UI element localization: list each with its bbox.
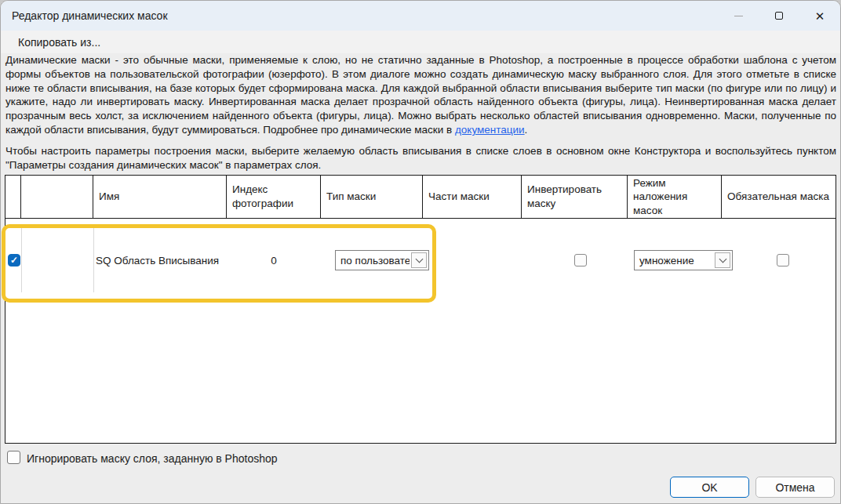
mask-type-value: по пользовате	[336, 255, 410, 267]
table-header-row: Имя Индекс фотографии Тип маски Части ма…	[5, 175, 836, 219]
column-header-name: Имя	[93, 176, 227, 218]
cancel-button[interactable]: Отмена	[755, 477, 835, 498]
documentation-link[interactable]: документации	[455, 124, 525, 136]
column-header-blend-mode: Режим наложения масок	[628, 176, 722, 218]
cell-divider	[21, 225, 22, 292]
close-icon: ✕	[815, 10, 825, 22]
column-header-photo-index: Индекс фотографии	[227, 176, 321, 218]
menu-bar: Копировать из...	[1, 31, 840, 53]
close-button[interactable]: ✕	[799, 1, 840, 31]
cell-divider	[93, 225, 94, 292]
masks-table: Имя Индекс фотографии Тип маски Части ма…	[5, 175, 836, 444]
ok-button[interactable]: OK	[670, 477, 749, 498]
minimize-button[interactable]	[718, 1, 759, 31]
dropdown-button[interactable]	[715, 252, 730, 268]
row-name: SQ Область Вписывания	[96, 255, 219, 267]
dropdown-button[interactable]	[411, 252, 427, 268]
maximize-icon	[775, 12, 783, 20]
minimize-icon	[734, 16, 743, 16]
check-icon: ✓	[10, 256, 18, 265]
column-header-mask-parts: Части маски	[423, 176, 522, 218]
ignore-photoshop-mask-label: Игнорировать маску слоя, заданную в Phot…	[27, 452, 278, 465]
maximize-button[interactable]	[759, 1, 799, 31]
invert-mask-checkbox[interactable]	[574, 254, 587, 267]
ignore-photoshop-mask-checkbox[interactable]	[7, 451, 20, 464]
row-select-checkbox[interactable]: ✓	[8, 254, 20, 267]
column-header-mask-type: Тип маски	[321, 176, 423, 218]
dialog-window: Редактор динамических масок ✕ Копировать…	[0, 0, 841, 504]
required-mask-checkbox[interactable]	[777, 254, 789, 267]
blend-mode-dropdown[interactable]: умножение	[634, 250, 733, 270]
description-paragraph-1: Динамические маски - это обычные маски, …	[5, 53, 836, 137]
chevron-down-icon	[415, 256, 423, 263]
column-header-invert-mask: Инвертировать маску	[522, 176, 628, 218]
column-header-select	[5, 176, 21, 218]
description-paragraph-2: Чтобы настроить параметры построения мас…	[5, 144, 836, 172]
title-bar: Редактор динамических масок ✕	[1, 1, 840, 31]
mask-type-dropdown[interactable]: по пользовате	[335, 250, 429, 270]
window-controls: ✕	[718, 1, 840, 31]
table-body: ✓ SQ Область Вписывания 0 по пользовате …	[5, 219, 836, 444]
description-text-after-link: .	[525, 124, 528, 136]
column-header-thumbnail	[21, 176, 93, 218]
row-photo-index: 0	[227, 255, 321, 267]
chevron-down-icon	[719, 256, 726, 263]
menu-copy-from[interactable]: Копировать из...	[18, 36, 100, 49]
window-title: Редактор динамических масок	[12, 9, 168, 22]
blend-mode-value: умножение	[635, 255, 713, 267]
column-header-required-mask: Обязательная маска	[722, 176, 836, 218]
description-text-before-link: Динамические маски - это обычные маски, …	[5, 54, 836, 136]
